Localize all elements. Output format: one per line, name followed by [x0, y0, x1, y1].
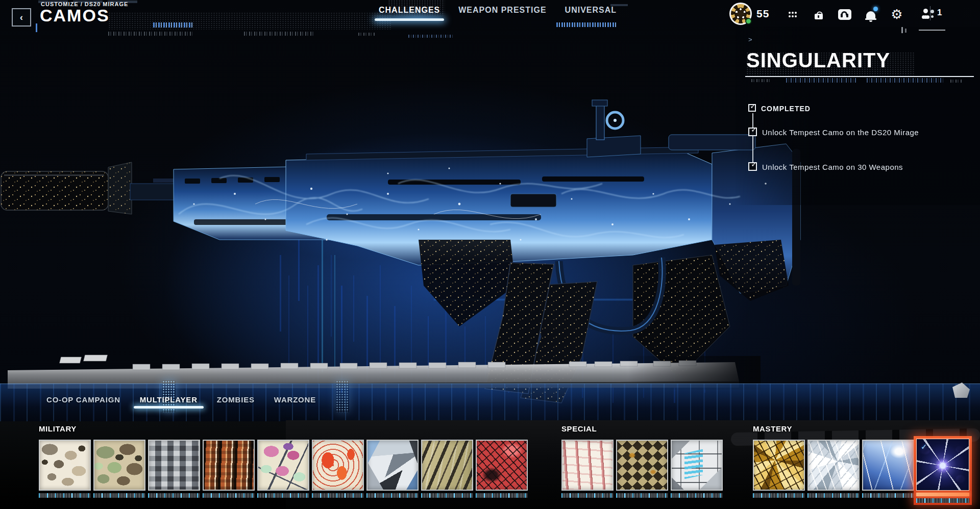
glitch-decoration: [108, 32, 192, 36]
camo-swatch-coral-vein: [561, 440, 614, 491]
unlock-padlock-icon: [815, 14, 823, 19]
section-label: MILITARY: [39, 424, 528, 434]
tab-universal[interactable]: UNIVERSAL: [565, 6, 617, 15]
barcode-decoration: [39, 493, 91, 498]
party-count: 1: [937, 8, 942, 18]
objective-checkbox: ✓: [748, 162, 757, 171]
barcode-decoration: [807, 493, 860, 498]
camo-tile-tempest[interactable]: [862, 440, 914, 498]
camo-tile-circuit-breaker[interactable]: [671, 440, 723, 498]
challenge-status: ✓ COMPLETED: [748, 104, 811, 113]
camo-tile-woodland[interactable]: [93, 440, 145, 498]
section-label: SPECIAL: [561, 424, 723, 434]
barcode-decoration: [671, 493, 723, 498]
mode-tab-zombies[interactable]: ZOMBIES: [217, 395, 255, 404]
mode-tab-coop-campaign[interactable]: CO-OP CAMPAIGN: [46, 395, 120, 404]
mode-tab-warzone[interactable]: WARZONE: [274, 395, 316, 404]
camo-tile-crimson-scale[interactable]: [476, 440, 528, 498]
glitch-decoration: [556, 22, 618, 27]
panel-decoration-line: [919, 30, 945, 31]
barcode-decoration: [312, 493, 364, 498]
glitch-decoration: [408, 35, 454, 38]
halftone-decoration: [108, 12, 391, 30]
camo-swatch-crimson-scale: [476, 440, 528, 491]
objective-connector-line: [752, 113, 753, 164]
player-level: 55: [756, 8, 769, 20]
barcode-decoration: [93, 493, 145, 498]
objective-item: ✓ Unlock Tempest Camo on 30 Weapons: [748, 162, 903, 171]
hud-divider: [930, 6, 930, 20]
camo-swatch-serpent-scale: [616, 440, 668, 491]
camo-swatch-tempest: [862, 440, 914, 491]
page-title: CAMOS: [40, 6, 110, 26]
camo-tile-spring-bloom[interactable]: [257, 440, 309, 498]
camo-swatch-tiger-stripe: [421, 440, 473, 491]
camo-section-mastery: MASTERY ✓: [753, 424, 969, 505]
bell-icon: [866, 11, 875, 19]
camo-tile-gold-shatter[interactable]: [753, 440, 805, 498]
camo-swatch-spring-bloom: [257, 440, 309, 491]
barcode-decoration: [257, 493, 309, 498]
camo-swatch-gold-shatter: [753, 440, 805, 491]
camo-tile-tiger-stripe[interactable]: [421, 440, 473, 498]
camo-swatch-circuit-breaker: [671, 440, 723, 491]
mode-nav: CO-OP CAMPAIGN MULTIPLAYER ZOMBIES WARZO…: [46, 395, 316, 404]
section-label: MASTERY: [753, 424, 969, 434]
objective-item: ✓ Unlock Tempest Camo on the DS20 Mirage: [748, 128, 919, 137]
camo-tile-coral-vein[interactable]: [561, 440, 614, 498]
social-button[interactable]: [921, 7, 937, 22]
camo-tile-glacier-shard[interactable]: [366, 440, 419, 498]
glitch-decoration: [867, 78, 943, 83]
camo-tile-dark-matter[interactable]: ✓: [914, 436, 972, 505]
back-chevron-icon: ‹: [20, 12, 23, 23]
mode-tab-multiplayer[interactable]: MULTIPLAYER: [140, 395, 198, 404]
camo-swatch-urban-digital: [148, 440, 200, 491]
optic-sight: [587, 100, 641, 157]
barcode-decoration: [421, 493, 473, 498]
camo-tile-row: [561, 440, 723, 498]
camo-swatch-diamond: [807, 440, 860, 491]
barcode-decoration: [616, 493, 668, 498]
glitch-decoration: [358, 33, 376, 36]
camo-tile-row: ✓: [753, 440, 969, 505]
camo-section-special: SPECIAL: [561, 424, 723, 498]
online-status-dot: [745, 18, 752, 24]
camo-tile-diamond[interactable]: [807, 440, 860, 498]
camo-swatch-woodland: [93, 440, 145, 491]
top-nav: CHALLENGES WEAPON PRESTIGE UNIVERSAL: [379, 6, 617, 15]
apps-grid-icon: [789, 12, 797, 17]
barcode-decoration: [203, 493, 255, 498]
panel-decoration-tick: [905, 29, 906, 33]
settings-button[interactable]: ⚙: [889, 7, 904, 22]
camo-tile-row: [39, 440, 528, 498]
panel-underline: [745, 76, 974, 77]
check-icon: ✓: [751, 160, 757, 168]
objective-label: Unlock Tempest Camo on the DS20 Mirage: [762, 128, 919, 137]
camo-tile-serpent-scale[interactable]: [616, 440, 668, 498]
barcode-decoration: [916, 498, 969, 503]
camo-tile-copper-bark[interactable]: [203, 440, 255, 498]
objective-checkbox: ✓: [748, 104, 756, 112]
check-icon: ✓: [751, 125, 757, 134]
camo-swatch-glacier-shard: [366, 440, 419, 491]
objective-checkbox: ✓: [748, 128, 757, 136]
apps-grid-button[interactable]: [785, 7, 800, 22]
camo-swatch-flame-swirl: [312, 440, 364, 491]
tab-challenges[interactable]: CHALLENGES: [379, 6, 440, 15]
camo-tile-urban-digital[interactable]: [148, 440, 200, 498]
unlocks-button[interactable]: [811, 7, 826, 22]
notification-dot: [873, 7, 878, 11]
glitch-decoration: [751, 79, 770, 82]
support-button[interactable]: [837, 7, 852, 22]
barcode-decoration: [561, 493, 614, 498]
notifications-button[interactable]: [863, 7, 878, 22]
camo-tile-arctic-splotch[interactable]: [39, 440, 91, 498]
barcode-decoration: [366, 493, 419, 498]
challenge-status-label: COMPLETED: [761, 104, 811, 113]
camo-swatch-arctic-splotch: [39, 440, 91, 491]
back-button[interactable]: ‹: [12, 8, 31, 27]
camo-tile-flame-swirl[interactable]: [312, 440, 364, 498]
tab-weapon-prestige[interactable]: WEAPON PRESTIGE: [458, 6, 546, 15]
glitch-decoration: [786, 78, 857, 83]
player-emblem[interactable]: [729, 3, 752, 25]
